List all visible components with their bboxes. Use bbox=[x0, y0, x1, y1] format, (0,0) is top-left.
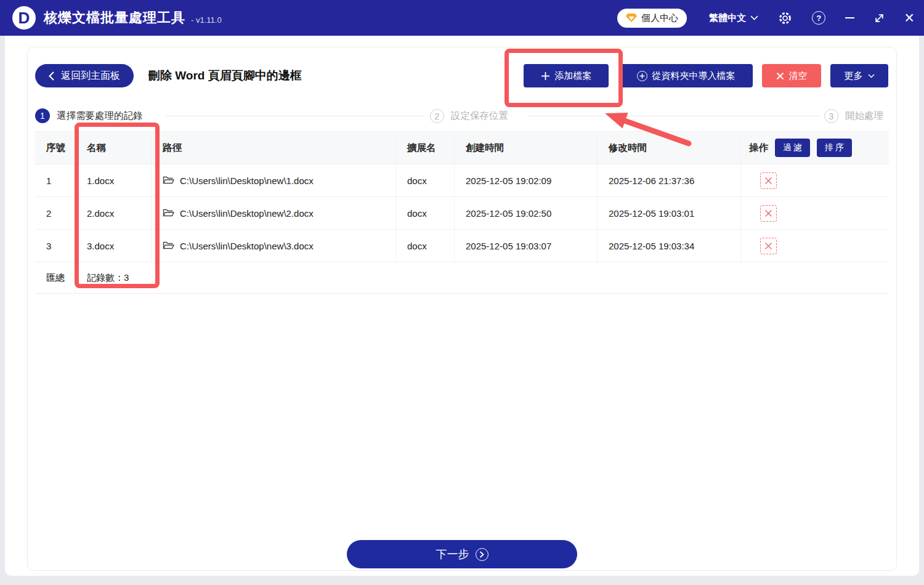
header-path: 路徑 bbox=[152, 132, 396, 164]
folder-open-icon bbox=[163, 241, 174, 251]
summary-label: 匯總 bbox=[35, 262, 76, 293]
filter-button[interactable]: 過濾 bbox=[775, 139, 810, 157]
content-card bbox=[27, 47, 897, 571]
delete-row-button[interactable] bbox=[760, 205, 777, 222]
header-index: 序號 bbox=[35, 132, 76, 164]
chevron-left-icon bbox=[49, 71, 54, 81]
cell-name: 1.docx bbox=[76, 164, 152, 196]
more-button[interactable]: 更多 bbox=[830, 64, 888, 87]
close-button[interactable]: × bbox=[904, 10, 914, 26]
back-to-dashboard-button[interactable]: 返回到主面板 bbox=[35, 64, 134, 87]
add-files-button[interactable]: 添加檔案 bbox=[524, 64, 609, 87]
clear-button[interactable]: 清空 bbox=[762, 64, 821, 87]
delete-row-button[interactable] bbox=[760, 172, 777, 189]
settings-gear-icon[interactable] bbox=[778, 11, 792, 25]
add-files-label: 添加檔案 bbox=[555, 70, 592, 82]
folder-open-icon bbox=[163, 208, 174, 218]
cell-extension: docx bbox=[396, 197, 455, 229]
language-label: 繁體中文 bbox=[709, 12, 746, 24]
table-row: 3 3.docx C:\Users\lin\Desktop\new\3.docx… bbox=[35, 230, 889, 262]
table-row: 1 1.docx C:\Users\lin\Desktop\new\1.docx… bbox=[35, 164, 889, 197]
step-connector bbox=[166, 116, 425, 116]
cell-index: 3 bbox=[35, 230, 76, 262]
clear-x-icon bbox=[776, 72, 784, 80]
step-2-label: 設定保存位置 bbox=[451, 108, 508, 123]
plus-icon bbox=[541, 71, 550, 81]
cell-path: C:\Users\lin\Desktop\new\3.docx bbox=[180, 241, 314, 251]
back-button-label: 返回到主面板 bbox=[61, 70, 120, 83]
delete-row-button[interactable] bbox=[760, 238, 777, 254]
table-row: 2 2.docx C:\Users\lin\Desktop\new\2.docx… bbox=[35, 197, 889, 230]
chevron-down-icon bbox=[868, 74, 875, 78]
vip-gem-icon bbox=[626, 13, 637, 23]
sort-button[interactable]: 排序 bbox=[817, 139, 852, 157]
more-label: 更多 bbox=[845, 70, 863, 82]
maximize-button[interactable] bbox=[874, 13, 885, 23]
user-center-label: 個人中心 bbox=[641, 12, 678, 24]
app-version: - v1.11.0 bbox=[191, 15, 222, 25]
circle-plus-icon bbox=[637, 71, 647, 81]
header-operations: 操作 bbox=[749, 142, 768, 155]
import-from-folder-label: 從資料夾中導入檔案 bbox=[652, 70, 736, 82]
page-title: 刪除 Word 頁眉頁腳中的邊框 bbox=[148, 64, 302, 87]
cell-modified: 2025-12-06 21:37:36 bbox=[598, 164, 741, 196]
cell-name: 2.docx bbox=[76, 197, 152, 229]
cell-modified: 2025-12-05 19:03:34 bbox=[598, 230, 741, 262]
cell-name: 3.docx bbox=[76, 230, 152, 262]
cell-extension: docx bbox=[396, 230, 455, 262]
header-extension: 擴展名 bbox=[396, 132, 455, 164]
cell-created: 2025-12-05 19:02:09 bbox=[455, 164, 598, 196]
file-table: 序號 名稱 路徑 擴展名 創建時間 修改時間 操作 過濾 排序 1 1.docx… bbox=[35, 131, 889, 294]
step-3-label: 開始處理 bbox=[845, 108, 883, 123]
header-created: 創建時間 bbox=[455, 132, 598, 164]
titlebar: D 核爍文檔批量處理工具 - v1.11.0 個人中心 繁體中文 bbox=[0, 0, 924, 36]
cell-created: 2025-12-05 19:02:50 bbox=[455, 197, 598, 229]
next-step-button[interactable]: 下一步 bbox=[347, 540, 577, 568]
clear-label: 清空 bbox=[789, 70, 808, 82]
cell-index: 1 bbox=[35, 164, 76, 196]
header-modified: 修改時間 bbox=[598, 132, 741, 164]
cell-created: 2025-12-05 19:03:07 bbox=[455, 230, 598, 262]
minimize-button[interactable] bbox=[845, 17, 854, 18]
app-logo-icon: D bbox=[12, 6, 36, 30]
arrow-right-circle-icon bbox=[476, 548, 488, 561]
next-step-label: 下一步 bbox=[436, 547, 469, 562]
language-selector[interactable]: 繁體中文 bbox=[709, 12, 758, 24]
delete-x-icon bbox=[764, 209, 772, 217]
step-2-circle: 2 bbox=[430, 109, 444, 123]
summary-row: 匯總 記錄數：3 bbox=[35, 262, 889, 294]
summary-record-count: 記錄數：3 bbox=[76, 262, 889, 293]
import-from-folder-button[interactable]: 從資料夾中導入檔案 bbox=[619, 64, 753, 87]
cell-path: C:\Users\lin\Desktop\new\2.docx bbox=[180, 208, 314, 219]
header-name: 名稱 bbox=[76, 132, 152, 164]
folder-open-icon bbox=[163, 176, 174, 185]
table-header-row: 序號 名稱 路徑 擴展名 創建時間 修改時間 操作 過濾 排序 bbox=[35, 132, 889, 164]
step-connector bbox=[528, 116, 819, 116]
cell-index: 2 bbox=[35, 197, 76, 229]
step-1-circle: 1 bbox=[35, 108, 50, 123]
delete-x-icon bbox=[764, 242, 772, 250]
step-3-circle: 3 bbox=[824, 109, 838, 123]
help-icon[interactable]: ? bbox=[812, 11, 825, 25]
cell-modified: 2025-12-05 19:03:01 bbox=[598, 197, 741, 229]
step-1-label: 選擇需要處理的記錄 bbox=[57, 108, 143, 123]
titlebar-actions: 個人中心 繁體中文 ? × bbox=[617, 0, 914, 36]
cell-extension: docx bbox=[396, 164, 455, 196]
chevron-down-icon bbox=[750, 15, 758, 20]
user-center-button[interactable]: 個人中心 bbox=[617, 9, 687, 28]
app-title: 核爍文檔批量處理工具 bbox=[44, 9, 185, 27]
cell-path: C:\Users\lin\Desktop\new\1.docx bbox=[180, 176, 314, 186]
delete-x-icon bbox=[764, 177, 772, 185]
